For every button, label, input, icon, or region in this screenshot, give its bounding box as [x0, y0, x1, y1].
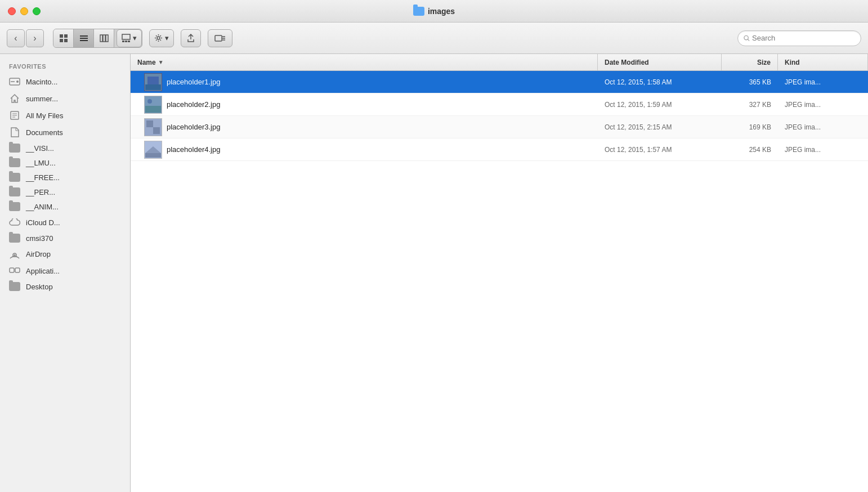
sidebar-item-lmu-label: __LMU...	[26, 159, 56, 167]
file-size: 254 KB	[722, 146, 778, 154]
sidebar-item-applications[interactable]: Applicati...	[0, 262, 130, 279]
share-button[interactable]	[181, 29, 201, 47]
file-date: Oct 12, 2015, 2:15 AM	[598, 123, 722, 131]
svg-rect-13	[128, 41, 130, 42]
sidebar-item-summer[interactable]: summer...	[0, 90, 130, 107]
col-date-label: Date Modified	[605, 59, 649, 66]
icon-view-button[interactable]	[53, 29, 74, 47]
sidebar-item-visi[interactable]: __VISI...	[0, 141, 130, 155]
file-thumbnail	[144, 96, 162, 114]
file-kind: JPEG ima...	[778, 146, 868, 154]
sidebar-item-all-my-files[interactable]: All My Files	[0, 107, 130, 124]
svg-rect-7	[100, 35, 102, 42]
svg-rect-4	[80, 35, 88, 37]
col-header-kind[interactable]: Kind	[778, 54, 868, 70]
list-icon	[79, 34, 88, 43]
file-name: placeholder2.jpg	[167, 100, 220, 109]
search-box[interactable]	[737, 30, 861, 46]
col-name-label: Name	[137, 59, 156, 66]
folder-lmu-icon	[9, 158, 20, 167]
tag-button[interactable]	[208, 29, 232, 47]
sidebar-item-per[interactable]: __PER...	[0, 185, 130, 199]
sidebar-item-documents-label: Documents	[26, 128, 63, 137]
traffic-lights	[8, 7, 41, 15]
sidebar-item-macintosh-label: Macinto...	[26, 78, 57, 86]
documents-icon	[9, 127, 20, 138]
col-header-size[interactable]: Size	[722, 54, 778, 70]
svg-rect-2	[60, 39, 63, 42]
col-header-name[interactable]: Name ▼	[131, 54, 598, 70]
svg-rect-8	[103, 35, 105, 42]
columns-icon	[100, 34, 109, 43]
gallery-icon	[122, 34, 131, 43]
window-title-area: images	[413, 7, 455, 16]
forward-button[interactable]: ›	[26, 29, 44, 47]
sidebar-item-summer-label: summer...	[26, 95, 58, 103]
svg-rect-42	[153, 127, 160, 134]
svg-point-22	[16, 80, 19, 83]
sidebar-item-anim[interactable]: __ANIM...	[0, 199, 130, 214]
sidebar-item-icloud[interactable]: iCloud D...	[0, 214, 130, 231]
table-row[interactable]: placeholder4.jpg Oct 12, 2015, 1:57 AM 2…	[131, 138, 868, 161]
column-view-button[interactable]	[94, 29, 114, 47]
file-thumbnail	[144, 141, 162, 159]
svg-line-20	[748, 39, 749, 41]
table-row[interactable]: placeholder3.jpg Oct 12, 2015, 2:15 AM 1…	[131, 116, 868, 138]
sidebar-item-desktop[interactable]: Desktop	[0, 279, 130, 294]
close-button[interactable]	[8, 7, 16, 15]
search-input[interactable]	[752, 34, 855, 42]
svg-point-14	[157, 37, 160, 39]
column-headers: Name ▼ Date Modified Size Kind	[131, 54, 868, 71]
col-header-date[interactable]: Date Modified	[598, 54, 722, 70]
file-date: Oct 12, 2015, 1:58 AM	[598, 78, 722, 86]
gear-icon	[154, 34, 163, 42]
sidebar-item-applications-label: Applicati...	[26, 267, 60, 275]
col-kind-label: Kind	[785, 59, 800, 66]
file-name-cell: placeholder4.jpg	[131, 141, 598, 159]
minimize-button[interactable]	[20, 7, 28, 15]
sidebar: Favorites Macinto... summer...	[0, 54, 131, 492]
action-gear-button[interactable]: ▾	[149, 29, 174, 47]
svg-point-19	[744, 35, 748, 39]
svg-rect-35	[147, 77, 159, 84]
sidebar-item-visi-label: __VISI...	[26, 144, 54, 153]
sidebar-item-lmu[interactable]: __LMU...	[0, 155, 130, 170]
sidebar-item-per-label: __PER...	[26, 188, 55, 196]
home-icon	[9, 93, 20, 104]
gear-caret-icon: ▾	[165, 34, 169, 42]
file-name-cell: placeholder1.jpg	[131, 73, 598, 91]
svg-rect-3	[64, 39, 68, 42]
sidebar-item-anim-label: __ANIM...	[26, 203, 59, 211]
share-icon	[186, 34, 195, 43]
sidebar-item-airdrop[interactable]: AirDrop	[0, 245, 130, 262]
file-date: Oct 12, 2015, 1:59 AM	[598, 101, 722, 109]
sidebar-section-favorites: Favorites	[0, 61, 130, 73]
sidebar-item-all-my-files-label: All My Files	[26, 111, 63, 120]
search-icon	[744, 35, 750, 42]
sidebar-item-cmsi370[interactable]: cmsi370	[0, 231, 130, 245]
folder-desktop-icon	[9, 282, 20, 291]
list-view-button[interactable]	[74, 29, 94, 47]
main-area: Favorites Macinto... summer...	[0, 54, 868, 492]
table-row[interactable]: placeholder1.jpg Oct 12, 2015, 1:58 AM 3…	[131, 71, 868, 93]
back-button[interactable]: ‹	[7, 29, 25, 47]
gallery-view-button[interactable]: ▾	[117, 29, 142, 47]
tag-icon	[214, 34, 226, 43]
sidebar-item-documents[interactable]: Documents	[0, 124, 130, 141]
sidebar-item-macintosh[interactable]: Macinto...	[0, 73, 130, 90]
file-name-cell: placeholder3.jpg	[131, 118, 598, 136]
svg-rect-6	[80, 40, 88, 41]
folder-anim-icon	[9, 202, 20, 211]
svg-rect-30	[10, 268, 14, 272]
title-bar: images	[0, 0, 868, 23]
cloud-icon	[9, 217, 20, 228]
file-name: placeholder4.jpg	[167, 145, 220, 154]
sidebar-item-free[interactable]: __FREE...	[0, 170, 130, 185]
maximize-button[interactable]	[33, 7, 41, 15]
svg-rect-5	[80, 38, 88, 39]
table-row[interactable]: placeholder2.jpg Oct 12, 2015, 1:59 AM 3…	[131, 93, 868, 116]
applications-icon	[9, 265, 20, 276]
file-size: 327 KB	[722, 101, 778, 109]
content-area: Name ▼ Date Modified Size Kind pla	[131, 54, 868, 492]
svg-point-29	[14, 254, 16, 256]
